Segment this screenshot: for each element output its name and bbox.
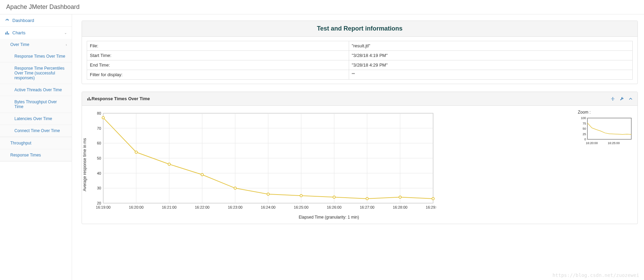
svg-text:50: 50 — [583, 127, 586, 130]
svg-text:40: 40 — [97, 171, 101, 175]
svg-text:16:28:00: 16:28:00 — [393, 205, 407, 209]
app-header: Apache JMeter Dashboard — [0, 0, 644, 14]
svg-text:16:20:00: 16:20:00 — [586, 141, 598, 145]
sidebar: Dashboard Charts ⌄ Over Time ‹ Response … — [0, 14, 72, 280]
x-axis-label: Elapsed Time (granularity: 1 min) — [87, 215, 571, 220]
chevron-down-icon: ⌄ — [64, 31, 67, 35]
svg-point-49 — [300, 195, 302, 197]
svg-point-52 — [399, 196, 401, 198]
svg-text:16:21:00: 16:21:00 — [162, 205, 177, 209]
watermark: https://blog.csdn.net/zuozewei — [552, 272, 639, 278]
svg-text:25: 25 — [583, 132, 586, 136]
table-row: Filter for display:"" — [87, 70, 633, 80]
sidebar-subitem[interactable]: Connect Time Over Time — [0, 125, 72, 137]
sidebar-item-charts[interactable]: Charts ⌄ — [0, 27, 72, 39]
tool-move-icon[interactable] — [611, 97, 615, 101]
sidebar-item-response-times[interactable]: Response Times — [0, 149, 72, 161]
svg-point-53 — [432, 197, 434, 200]
gauge-icon — [5, 18, 10, 23]
svg-point-48 — [267, 193, 270, 195]
svg-text:16:23:00: 16:23:00 — [228, 205, 242, 209]
sidebar-item-overtime[interactable]: Over Time ‹ — [0, 39, 72, 50]
sidebar-label: Active Threads Over Time — [14, 88, 62, 92]
svg-text:16:24:00: 16:24:00 — [261, 205, 276, 209]
svg-rect-2 — [8, 33, 9, 34]
report-table: File:"result.jtl"Start Time:"3/28/18 4:1… — [87, 41, 633, 80]
mini-chart[interactable]: 025507510016:20:0016:25:00 — [578, 117, 633, 146]
main-chart[interactable]: Average response time in ms 203040506070… — [87, 110, 571, 220]
svg-text:100: 100 — [581, 117, 586, 120]
report-panel-header: Test and Report informations — [82, 21, 637, 37]
chart-panel-header: Response Times Over Time — [82, 92, 637, 106]
chart-title: Response Times Over Time — [92, 96, 150, 101]
svg-text:16:26:00: 16:26:00 — [327, 205, 342, 209]
table-row: End Time:"3/28/18 4:29 PM" — [87, 60, 633, 70]
svg-text:16:29:00: 16:29:00 — [426, 205, 437, 209]
app-title: Apache JMeter Dashboard — [6, 3, 638, 11]
svg-text:0: 0 — [584, 138, 586, 141]
cell-label: End Time: — [87, 60, 349, 70]
cell-value: "3/28/18 4:19 PM" — [349, 51, 632, 60]
sidebar-item-dashboard[interactable]: Dashboard — [0, 14, 72, 26]
svg-point-45 — [168, 163, 170, 165]
sidebar-label: Connect Time Over Time — [14, 128, 60, 133]
svg-rect-3 — [87, 98, 88, 100]
sidebar-label: Response Time Percentiles Over Time (suc… — [14, 66, 67, 80]
sidebar-subitem[interactable]: Response Times Over Time — [0, 50, 72, 62]
svg-rect-1 — [7, 31, 8, 34]
sidebar-label: Response Times Over Time — [14, 54, 65, 59]
svg-rect-4 — [89, 97, 90, 100]
sidebar-subitem[interactable]: Response Time Percentiles Over Time (suc… — [0, 62, 72, 84]
sidebar-subitem[interactable]: Latencies Over Time — [0, 113, 72, 125]
svg-point-43 — [102, 117, 105, 119]
main-content: Test and Report informations File:"resul… — [72, 14, 644, 280]
svg-point-47 — [234, 187, 236, 189]
svg-text:30: 30 — [97, 186, 101, 190]
zoom-panel: Zoom : 025507510016:20:0016:25:00 — [571, 110, 633, 220]
sidebar-item-throughput[interactable]: Throughput — [0, 137, 72, 149]
svg-point-50 — [333, 196, 335, 198]
sidebar-subitem[interactable]: Active Threads Over Time — [0, 84, 72, 96]
svg-text:75: 75 — [583, 122, 586, 125]
sidebar-label: Throughput — [10, 141, 31, 145]
bar-chart-icon — [87, 96, 92, 101]
sidebar-label: Dashboard — [12, 18, 34, 23]
cell-value: "3/28/18 4:29 PM" — [349, 60, 632, 70]
table-row: Start Time:"3/28/18 4:19 PM" — [87, 51, 633, 60]
svg-point-46 — [201, 174, 203, 176]
sidebar-label: Charts — [12, 30, 25, 35]
table-row: File:"result.jtl" — [87, 41, 633, 51]
cell-value: "" — [349, 70, 632, 80]
sidebar-label: Over Time — [10, 42, 29, 47]
svg-text:60: 60 — [97, 141, 101, 145]
svg-point-51 — [366, 197, 368, 200]
sidebar-label: Response Times — [10, 153, 41, 158]
svg-text:16:22:00: 16:22:00 — [195, 205, 210, 209]
cell-label: Filter for display: — [87, 70, 349, 80]
svg-text:20: 20 — [97, 201, 101, 205]
svg-text:70: 70 — [97, 126, 101, 130]
svg-text:16:25:00: 16:25:00 — [608, 141, 620, 145]
report-title: Test and Report informations — [317, 25, 403, 32]
bar-chart-icon — [5, 31, 10, 35]
tool-wrench-icon[interactable] — [620, 97, 624, 101]
sidebar-label: Latencies Over Time — [14, 116, 52, 121]
tool-collapse-icon[interactable] — [629, 97, 633, 101]
cell-value: "result.jtl" — [349, 41, 632, 51]
svg-point-44 — [135, 151, 138, 153]
cell-label: File: — [87, 41, 349, 51]
sidebar-subitem[interactable]: Bytes Throughput Over Time — [0, 96, 72, 113]
svg-text:16:27:00: 16:27:00 — [360, 205, 374, 209]
svg-rect-0 — [5, 32, 6, 34]
svg-text:50: 50 — [97, 156, 101, 160]
sidebar-label: Bytes Throughput Over Time — [14, 100, 67, 109]
svg-text:16:19:00: 16:19:00 — [96, 205, 111, 209]
svg-text:16:20:00: 16:20:00 — [129, 205, 144, 209]
cell-label: Start Time: — [87, 51, 349, 60]
chart-panel: Response Times Over Time Average respons… — [82, 92, 638, 224]
zoom-label: Zoom : — [578, 110, 633, 115]
chevron-left-icon: ‹ — [66, 43, 67, 47]
svg-text:16:25:00: 16:25:00 — [294, 205, 309, 209]
svg-rect-5 — [90, 99, 91, 100]
y-axis-label: Average response time in ms — [82, 138, 87, 191]
